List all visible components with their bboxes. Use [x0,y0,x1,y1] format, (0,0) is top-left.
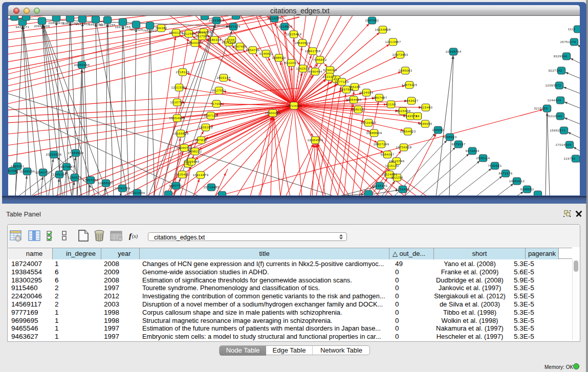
svg-text:19975887: 19975887 [58,165,74,168]
svg-text:1112: 1112 [568,28,576,31]
svg-text:11325419: 11325419 [286,33,302,36]
svg-text:9474444: 9474444 [465,149,479,152]
svg-text:12213967: 12213967 [385,40,401,43]
svg-text:1935359: 1935359 [199,126,212,129]
svg-text:(x): (x) [132,233,138,239]
svg-text:546: 546 [229,38,235,41]
svg-text:12093872: 12093872 [545,84,561,87]
svg-text:2718129: 2718129 [176,71,189,74]
svg-text:6794028: 6794028 [323,69,337,72]
svg-text:8813054: 8813054 [267,17,281,20]
svg-text:9860124: 9860124 [169,31,183,34]
svg-text:16210643: 16210643 [546,115,562,118]
svg-text:14136141: 14136141 [372,184,387,187]
svg-text:16543362: 16543362 [187,41,203,45]
svg-text:16033809: 16033809 [208,19,224,22]
svg-text:20691406: 20691406 [34,25,50,28]
svg-text:8186328: 8186328 [207,38,221,41]
svg-text:11568296: 11568296 [19,170,35,173]
svg-text:3624554: 3624554 [359,91,373,94]
svg-text:12923446: 12923446 [129,191,145,194]
svg-text:1733426: 1733426 [396,188,409,191]
svg-text:16671355: 16671355 [115,26,130,29]
svg-text:10719155: 10719155 [99,24,115,27]
svg-text:16782759: 16782759 [114,187,130,190]
svg-text:8322037: 8322037 [284,61,298,64]
svg-text:746266: 746266 [349,85,360,89]
svg-text:6879197: 6879197 [451,143,465,146]
svg-text:19756928: 19756928 [396,146,411,149]
svg-text:1244419: 1244419 [547,99,561,102]
svg-text:766382: 766382 [155,27,167,30]
svg-text:3215955: 3215955 [534,107,548,110]
svg-text:9227342: 9227342 [548,69,562,72]
svg-text:18640910: 18640910 [294,41,310,45]
svg-text:1615132: 1615132 [385,164,399,167]
svg-text:9084067: 9084067 [380,153,394,156]
svg-text:7515526: 7515526 [129,28,143,31]
svg-text:164093: 164093 [432,128,444,132]
svg-text:7357224: 7357224 [226,25,240,28]
svg-text:16120746: 16120746 [388,160,404,163]
svg-text:19654985: 19654985 [169,117,185,120]
svg-text:84: 84 [416,115,420,118]
svg-text:10807487: 10807487 [371,96,387,99]
svg-text:9327500: 9327500 [195,35,209,38]
svg-text:12213383: 12213383 [171,86,187,89]
svg-text:17359924: 17359924 [68,151,83,155]
svg-text:8454749: 8454749 [246,49,259,52]
svg-text:9115460: 9115460 [419,106,433,109]
svg-text:9857791: 9857791 [169,184,183,187]
svg-text:18300295: 18300295 [265,112,280,115]
svg-text:7632621: 7632621 [488,164,502,167]
svg-text:391584: 391584 [8,169,18,172]
svg-text:12975115: 12975115 [402,83,418,86]
svg-text:18807249: 18807249 [373,143,389,146]
svg-text:9405571: 9405571 [15,26,29,29]
svg-text:2367606: 2367606 [233,45,247,48]
svg-text:9146821: 9146821 [259,52,273,55]
svg-text:17016504: 17016504 [555,143,571,146]
svg-text:10958107: 10958107 [98,182,114,185]
svg-text:10648764: 10648764 [445,50,461,53]
svg-text:1885061: 1885061 [10,165,24,168]
svg-text:10654112: 10654112 [509,180,525,183]
svg-text:7625402: 7625402 [175,173,189,176]
svg-text:19654923: 19654923 [400,130,416,133]
svg-text:8912954: 8912954 [182,32,195,35]
svg-text:8471676: 8471676 [498,172,512,175]
svg-text:7886322: 7886322 [351,108,365,111]
svg-text:9777169: 9777169 [335,80,349,83]
svg-text:10025438: 10025438 [395,110,410,113]
svg-text:717006: 717006 [210,102,222,105]
svg-text:1010755: 1010755 [170,101,184,104]
svg-text:20053346: 20053346 [74,63,90,67]
svg-text:8938923: 8938923 [443,136,456,139]
svg-text:9329966: 9329966 [553,55,567,58]
svg-text:116753: 116753 [564,157,576,160]
svg-text:10973493: 10973493 [392,53,408,56]
svg-text:7955812: 7955812 [313,58,326,61]
svg-text:15716485: 15716485 [203,186,219,189]
svg-text:1145194: 1145194 [53,173,67,176]
svg-text:8427552: 8427552 [212,89,226,92]
svg-text:7485063: 7485063 [398,69,412,72]
svg-text:62160: 62160 [386,103,396,106]
svg-text:10688609: 10688609 [366,132,382,135]
svg-text:3267110: 3267110 [204,114,218,117]
svg-text:15751074: 15751074 [560,40,576,43]
svg-text:1588520: 1588520 [272,56,286,59]
svg-text:19218506: 19218506 [276,25,292,28]
svg-text:1527602: 1527602 [75,23,89,26]
svg-text:16154808: 16154808 [375,28,390,31]
svg-text:15226058: 15226058 [195,31,211,34]
svg-text:10961758: 10961758 [304,50,320,53]
svg-text:2803144: 2803144 [216,76,230,79]
svg-text:10046798: 10046798 [176,146,192,149]
svg-text:15692971: 15692971 [550,129,565,132]
svg-text:887833: 887833 [195,139,207,142]
svg-text:15720407: 15720407 [360,121,376,124]
svg-text:8990444: 8990444 [308,70,322,73]
svg-text:252254: 252254 [391,176,403,179]
svg-text:20206536: 20206536 [46,153,61,156]
